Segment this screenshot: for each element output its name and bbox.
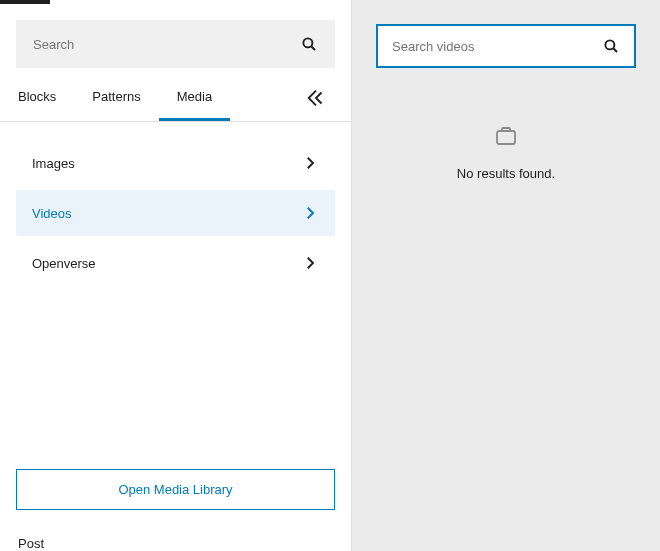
svg-rect-4 xyxy=(497,131,515,144)
search-input[interactable] xyxy=(33,37,300,52)
media-item-label: Images xyxy=(32,156,75,171)
left-content: Blocks Patterns Media Images xyxy=(0,4,351,526)
tab-blocks[interactable]: Blocks xyxy=(0,75,74,121)
media-item-images[interactable]: Images xyxy=(16,140,335,186)
media-categories: Images Videos Openverse xyxy=(16,122,335,290)
tab-media[interactable]: Media xyxy=(159,75,230,121)
app-container: Blocks Patterns Media Images xyxy=(0,0,660,551)
post-label: Post xyxy=(0,526,351,551)
media-search-input[interactable] xyxy=(392,39,602,54)
tab-patterns[interactable]: Patterns xyxy=(74,75,158,121)
search-icon xyxy=(602,37,620,55)
svg-line-1 xyxy=(311,46,315,50)
media-item-label: Videos xyxy=(32,206,72,221)
svg-point-0 xyxy=(303,38,312,47)
search-icon xyxy=(300,35,318,53)
results-panel: No results found. xyxy=(352,0,660,551)
chevron-right-icon xyxy=(301,254,319,272)
collapse-button[interactable] xyxy=(297,87,335,109)
inserter-panel: Blocks Patterns Media Images xyxy=(0,0,352,551)
media-placeholder-icon xyxy=(376,124,636,148)
media-search[interactable] xyxy=(376,24,636,68)
bottom-area: Open Media Library xyxy=(16,469,335,526)
svg-point-2 xyxy=(605,40,614,49)
media-item-videos[interactable]: Videos xyxy=(16,190,335,236)
empty-state-text: No results found. xyxy=(376,166,636,181)
svg-line-3 xyxy=(613,48,617,52)
inserter-search[interactable] xyxy=(16,20,335,68)
chevron-right-icon xyxy=(301,154,319,172)
open-media-library-button[interactable]: Open Media Library xyxy=(16,469,335,510)
chevron-right-icon xyxy=(301,204,319,222)
inserter-tabs: Blocks Patterns Media xyxy=(0,74,351,122)
media-item-label: Openverse xyxy=(32,256,96,271)
double-chevron-icon xyxy=(305,87,327,109)
empty-state: No results found. xyxy=(376,68,636,181)
media-item-openverse[interactable]: Openverse xyxy=(16,240,335,286)
